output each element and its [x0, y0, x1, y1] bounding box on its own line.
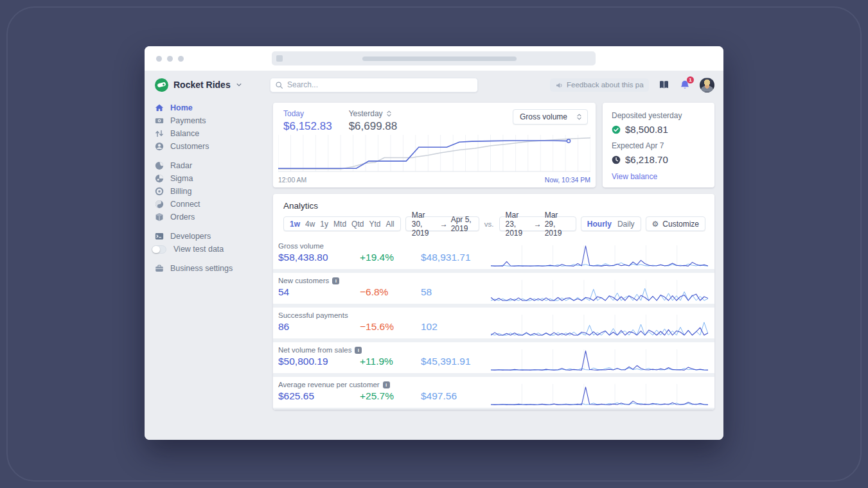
account-switcher[interactable]: Rocket Rides — [145, 78, 270, 92]
metric-label: Net volume from sales — [278, 346, 351, 354]
date-start: Mar 23, 2019 — [506, 211, 531, 238]
metric-row-gross-volume[interactable]: Gross volume $58,438.80 +19.4% $48,931.7… — [273, 238, 714, 269]
gear-icon: ⚙ — [652, 220, 659, 229]
range-picker: 1w4w1yMtdQtdYtdAll — [283, 216, 401, 231]
nav-group: HomePaymentsBalanceCustomers — [155, 101, 270, 153]
search-icon — [275, 81, 283, 89]
sidebar-item-billing[interactable]: Billing — [155, 185, 270, 198]
deposited-amount: $8,500.81 — [625, 124, 668, 135]
deposits-card: Deposited yesterday $8,500.81 Expected A… — [603, 103, 714, 187]
sidebar-item-balance[interactable]: Balance — [155, 127, 270, 140]
sigma-icon-wrap — [155, 174, 164, 183]
sidebar-item-label: Connect — [170, 200, 200, 209]
range-option-mtd[interactable]: Mtd — [333, 220, 346, 229]
customize-button[interactable]: ⚙ Customize — [646, 216, 705, 231]
maximize-window-icon[interactable] — [178, 56, 184, 62]
metric-sparkline[interactable] — [491, 243, 708, 268]
metric-sparkline[interactable] — [491, 312, 708, 338]
comparison-selector[interactable]: Yesterday — [349, 109, 398, 118]
metric-rows: Gross volume $58,438.80 +19.4% $48,931.7… — [273, 238, 714, 410]
notifications-button[interactable]: 1 — [678, 78, 691, 91]
sidebar-nav: HomePaymentsBalanceCustomersRadarSigmaBi… — [145, 99, 270, 440]
metric-delta: +25.7% — [360, 390, 394, 402]
sidebar-item-orders[interactable]: Orders — [155, 211, 270, 223]
chevron-down-icon — [236, 82, 242, 88]
range-option-1y[interactable]: 1y — [320, 220, 328, 229]
megaphone-icon — [555, 82, 563, 89]
docs-button[interactable] — [657, 78, 670, 91]
granularity-option-daily[interactable]: Daily — [617, 220, 635, 229]
date-range-primary[interactable]: Mar 30, 2019 → Apr 5, 2019 — [405, 216, 479, 231]
account-name: Rocket Rides — [173, 80, 231, 90]
sidebar-item-customers[interactable]: Customers — [155, 140, 270, 153]
range-option-1w[interactable]: 1w — [290, 220, 300, 229]
sidebar-item-home[interactable]: Home — [155, 101, 270, 114]
metric-row-average-revenue-per-customer[interactable]: Average revenue per customer i $625.65 +… — [273, 377, 714, 408]
check-circle-icon — [612, 125, 621, 134]
info-icon[interactable]: i — [383, 381, 390, 388]
metric-previous-value: 58 — [421, 286, 432, 298]
book-icon — [659, 80, 669, 90]
date-range-comparison[interactable]: Mar 23, 2019 → Mar 29, 2019 — [499, 216, 576, 231]
date-end: Apr 5, 2019 — [451, 215, 473, 233]
range-option-all[interactable]: All — [385, 220, 394, 229]
metric-sparkline[interactable] — [491, 277, 708, 303]
nav-group: RadarSigmaBillingConnectOrders — [155, 159, 270, 223]
feedback-input[interactable] — [550, 78, 649, 92]
user-avatar[interactable] — [700, 78, 714, 92]
sidebar-item-business-settings[interactable]: Business settings — [155, 262, 270, 275]
sidebar-item-developers[interactable]: Developers — [155, 230, 270, 243]
address-bar[interactable] — [272, 51, 596, 65]
nav-group: Business settings — [155, 262, 270, 275]
notification-badge: 1 — [687, 76, 694, 83]
sidebar-item-radar[interactable]: Radar — [155, 159, 270, 172]
metric-row-successful-payments[interactable]: Successful payments 86 −15.6% 102 — [273, 308, 714, 338]
sidebar-item-view-test-data[interactable]: View test data — [155, 243, 270, 256]
sidebar-item-sigma[interactable]: Sigma — [155, 172, 270, 185]
range-option-qtd[interactable]: Qtd — [351, 220, 364, 229]
main-content: Today $6,152.83 Yesterday $6,699.88 — [270, 99, 723, 440]
test-data-toggle[interactable] — [152, 245, 166, 254]
metric-row-new-customers[interactable]: New customers i 54 −6.8% 58 — [273, 273, 714, 304]
payments-icon — [155, 116, 164, 125]
analytics-card: Analytics 1w4w1yMtdQtdYtdAll Mar 30, 201… — [273, 194, 714, 410]
view-balance-link[interactable]: View balance — [612, 172, 705, 181]
x-axis-now-label: Now, 10:34 PM — [545, 176, 590, 184]
search-input[interactable] — [270, 78, 478, 92]
sidebar-item-connect[interactable]: Connect — [155, 198, 270, 211]
info-icon[interactable]: i — [355, 347, 362, 354]
metric-previous-value: $497.56 — [421, 390, 457, 402]
metric-row-net-volume-from-sales[interactable]: Net volume from sales i $50,800.19 +11.9… — [273, 342, 714, 373]
range-option-4w[interactable]: 4w — [305, 220, 315, 229]
sidebar-item-payments[interactable]: Payments — [155, 114, 270, 127]
app-header: Rocket Rides 1 — [145, 71, 723, 99]
overview-chart-card: Today $6,152.83 Yesterday $6,699.88 — [273, 103, 596, 187]
radar-icon — [155, 161, 164, 170]
today-line — [278, 141, 569, 168]
sigma-icon — [155, 174, 164, 183]
header-right-controls: 1 — [550, 78, 714, 92]
metric-sparkline[interactable] — [491, 347, 708, 372]
info-icon[interactable]: i — [332, 277, 339, 284]
sidebar-item-label: Radar — [170, 161, 192, 170]
sidebar-item-label: Orders — [170, 213, 195, 222]
sidebar-item-label: Developers — [170, 232, 211, 241]
customers-icon-wrap — [155, 142, 164, 151]
metric-delta: +19.4% — [360, 252, 394, 263]
sidebar-item-label: Sigma — [170, 174, 193, 183]
metric-select[interactable]: Gross volume — [513, 109, 588, 125]
metric-label: New customers — [278, 277, 329, 284]
gross-volume-line-chart[interactable] — [278, 135, 590, 172]
browser-window: Rocket Rides 1 — [145, 46, 723, 440]
expected-amount: $6,218.70 — [625, 154, 668, 165]
today-label: Today — [283, 109, 332, 118]
minimize-window-icon[interactable] — [167, 56, 173, 62]
range-option-ytd[interactable]: Ytd — [369, 220, 380, 229]
metric-sparkline[interactable] — [491, 381, 708, 407]
connect-icon-wrap — [155, 200, 164, 209]
close-window-icon[interactable] — [156, 56, 162, 62]
granularity-option-hourly[interactable]: Hourly — [587, 220, 612, 229]
expected-label: Expected Apr 7 — [612, 141, 705, 150]
sidebar-item-label: Customers — [170, 142, 209, 151]
window-controls[interactable] — [156, 56, 184, 62]
